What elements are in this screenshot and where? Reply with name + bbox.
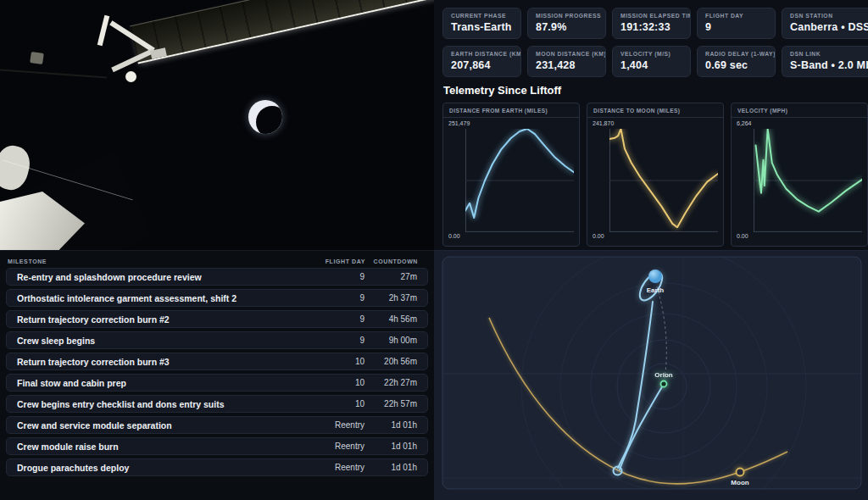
telemetry-charts-row: DISTANCE FROM EARTH (MILES) 251,479 0.00… bbox=[442, 103, 868, 247]
strut-joint bbox=[125, 71, 136, 82]
milestone-name: Re-entry and splashdown procedure review bbox=[17, 272, 309, 282]
telemetry-section-heading: Telemetry Since Liftoff bbox=[443, 84, 868, 97]
chart-velocity: VELOCITY (MPH) 6,264 0.00 bbox=[731, 103, 868, 247]
y-axis-max-label: 6,264 bbox=[737, 120, 752, 126]
stat-card-velocity: VELOCITY (M/S) 1,404 bbox=[612, 46, 691, 77]
stat-value: Trans-Earth bbox=[451, 21, 520, 33]
milestone-flight-day: Reentry bbox=[309, 420, 364, 430]
stat-value: 1,404 bbox=[620, 59, 690, 71]
stat-value: 231,428 bbox=[536, 59, 605, 71]
milestone-countdown: 22h 57m bbox=[364, 399, 417, 408]
milestone-name: Final stow and cabin prep bbox=[17, 378, 309, 388]
milestone-name: Drogue parachutes deploy bbox=[17, 463, 309, 473]
y-axis-min-label: 0.00 bbox=[737, 233, 748, 239]
spacecraft-camera-feed bbox=[0, 0, 434, 250]
stat-card-mission-progress: MISSION PROGRESS 87.9% bbox=[527, 8, 606, 39]
stat-label: EARTH DISTANCE (KM) bbox=[451, 51, 520, 57]
stat-label: RADIO DELAY (1-WAY) bbox=[705, 51, 775, 57]
milestone-row[interactable]: Drogue parachutes deploy Reentry 1d 01h bbox=[6, 458, 428, 476]
milestone-countdown: 1d 01h bbox=[364, 442, 417, 451]
column-header-countdown: COUNTDOWN bbox=[365, 258, 418, 264]
trajectory-map: Earth Orion Moon bbox=[434, 250, 868, 500]
chart-title: VELOCITY (MPH) bbox=[732, 103, 867, 118]
milestone-name: Return trajectory correction burn #3 bbox=[17, 357, 309, 367]
stat-value: 191:32:33 bbox=[620, 21, 690, 33]
milestone-countdown: 1d 01h bbox=[364, 463, 417, 472]
milestone-table: MILESTONE FLIGHT DAY COUNTDOWN Re-entry … bbox=[0, 250, 434, 500]
moon-shadow bbox=[256, 106, 282, 134]
earth-label: Earth bbox=[647, 286, 665, 294]
milestone-countdown: 4h 56m bbox=[364, 314, 417, 324]
stat-value: 9 bbox=[705, 21, 775, 33]
stat-cards-row-2: EARTH DISTANCE (KM) 207,864 MOON DISTANC… bbox=[442, 46, 868, 77]
stat-label: CURRENT PHASE bbox=[451, 13, 520, 19]
stat-value: 87.9% bbox=[536, 21, 605, 33]
stat-card-dsn-station: DSN STATION Canberra • DSS34 bbox=[782, 8, 868, 39]
milestone-table-header: MILESTONE FLIGHT DAY COUNTDOWN bbox=[6, 255, 428, 268]
telemetry-panel: CURRENT PHASE Trans-Earth MISSION PROGRE… bbox=[434, 0, 868, 250]
milestone-countdown: 22h 27m bbox=[364, 378, 417, 387]
column-header-flight-day: FLIGHT DAY bbox=[309, 258, 365, 264]
milestone-row[interactable]: Crew module raise burn Reentry 1d 01h bbox=[6, 437, 428, 455]
stat-label: FLIGHT DAY bbox=[705, 13, 775, 19]
stat-label: DSN LINK bbox=[790, 51, 868, 57]
chart-distance-from-earth: DISTANCE FROM EARTH (MILES) 251,479 0.00 bbox=[442, 103, 580, 247]
stat-value: 207,864 bbox=[451, 59, 520, 71]
line-chart-svg bbox=[465, 129, 574, 232]
line-chart-svg bbox=[609, 129, 718, 232]
stat-card-moon-distance: MOON DISTANCE (KM) 231,428 bbox=[527, 46, 606, 77]
stat-label: MISSION PROGRESS bbox=[536, 13, 605, 19]
orion-label: Orion bbox=[654, 371, 672, 379]
milestone-name: Crew module raise burn bbox=[17, 442, 309, 452]
stat-card-current-phase: CURRENT PHASE Trans-Earth bbox=[442, 8, 521, 39]
crescent-moon bbox=[248, 100, 282, 134]
stat-cards-row-1: CURRENT PHASE Trans-Earth MISSION PROGRE… bbox=[442, 8, 868, 39]
milestone-flight-day: 10 bbox=[309, 357, 364, 366]
milestone-countdown: 1d 01h bbox=[364, 420, 417, 430]
stat-label: MISSION ELAPSED TIME bbox=[620, 13, 690, 19]
milestone-name: Crew and service module separation bbox=[17, 420, 309, 431]
stat-label: DSN STATION bbox=[790, 13, 868, 19]
milestone-name: Crew begins entry checklist and dons ent… bbox=[17, 399, 309, 409]
stat-card-flight-day: FLIGHT DAY 9 bbox=[697, 8, 776, 39]
milestone-row[interactable]: Return trajectory correction burn #2 9 4… bbox=[6, 310, 428, 328]
milestone-flight-day: 9 bbox=[309, 314, 364, 324]
moon-label: Moon bbox=[731, 479, 748, 486]
column-header-milestone: MILESTONE bbox=[8, 258, 309, 264]
milestone-row[interactable]: Crew and service module separation Reent… bbox=[6, 416, 428, 434]
stat-value: 0.69 sec bbox=[705, 59, 775, 71]
stat-value: S-Band • 2.0 Mbps bbox=[790, 59, 868, 71]
mission-dashboard: CURRENT PHASE Trans-Earth MISSION PROGRE… bbox=[0, 0, 868, 500]
line-chart-svg bbox=[754, 129, 862, 232]
milestone-row[interactable]: Crew begins entry checklist and dons ent… bbox=[6, 395, 428, 413]
milestone-flight-day: Reentry bbox=[309, 442, 364, 451]
chart-title: DISTANCE TO MOON (MILES) bbox=[587, 103, 723, 118]
chart-title: DISTANCE FROM EARTH (MILES) bbox=[443, 103, 579, 118]
stat-card-radio-delay: RADIO DELAY (1-WAY) 0.69 sec bbox=[697, 46, 776, 77]
module-fixture bbox=[30, 52, 44, 64]
y-axis-max-label: 251,479 bbox=[448, 120, 470, 126]
milestone-countdown: 2h 37m bbox=[364, 293, 417, 303]
stat-value: Canberra • DSS34 bbox=[790, 21, 868, 33]
stat-label: MOON DISTANCE (KM) bbox=[536, 51, 605, 57]
milestone-row[interactable]: Final stow and cabin prep 10 22h 27m bbox=[6, 374, 428, 392]
milestone-name: Crew sleep begins bbox=[17, 336, 309, 346]
chart-distance-to-moon: DISTANCE TO MOON (MILES) 241,870 0.00 bbox=[587, 103, 724, 247]
y-axis-max-label: 241,870 bbox=[593, 120, 614, 126]
chart-plot-area: 251,479 0.00 bbox=[443, 118, 579, 243]
milestone-name: Return trajectory correction burn #2 bbox=[17, 314, 309, 325]
milestone-row[interactable]: Crew sleep begins 9 9h 00m bbox=[6, 331, 428, 349]
milestone-row[interactable]: Re-entry and splashdown procedure review… bbox=[6, 268, 428, 286]
milestone-flight-day: 9 bbox=[309, 293, 364, 303]
solar-array-wing bbox=[130, 0, 434, 64]
stat-card-earth-distance: EARTH DISTANCE (KM) 207,864 bbox=[442, 46, 521, 77]
milestone-flight-day: 10 bbox=[309, 399, 364, 408]
milestone-row[interactable]: Return trajectory correction burn #3 10 … bbox=[6, 353, 428, 370]
y-axis-min-label: 0.00 bbox=[448, 233, 460, 239]
stat-card-elapsed-time: MISSION ELAPSED TIME 191:32:33 bbox=[612, 8, 691, 39]
milestone-flight-day: 9 bbox=[309, 336, 364, 345]
stat-card-dsn-link: DSN LINK S-Band • 2.0 Mbps bbox=[782, 46, 868, 77]
stat-label: VELOCITY (M/S) bbox=[620, 51, 690, 57]
milestone-row[interactable]: Orthostatic intolerance garment assessme… bbox=[6, 289, 428, 307]
milestone-countdown: 20h 56m bbox=[364, 357, 417, 366]
